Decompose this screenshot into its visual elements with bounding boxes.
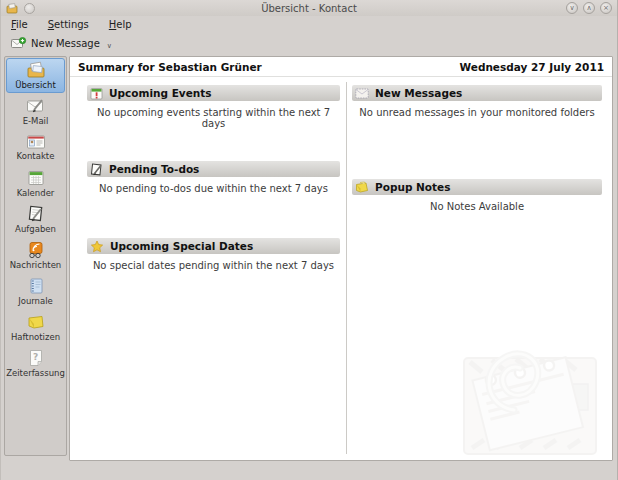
summary-header: Summary for Sebastian Grüner Wednesday 2… bbox=[70, 57, 612, 77]
toolbar: New Message ∨ bbox=[1, 32, 617, 55]
section-title: Pending To-dos bbox=[109, 163, 199, 175]
sidebar-item-label: Kontakte bbox=[17, 151, 55, 161]
sticky-note-icon bbox=[26, 314, 46, 331]
sidebar-item-label: Übersicht bbox=[15, 80, 56, 90]
chevron-down-icon: ∨ bbox=[107, 42, 112, 50]
menubar: File Settings Help bbox=[1, 16, 617, 32]
sidebar-item-uebersicht[interactable]: Übersicht bbox=[6, 58, 65, 93]
section-special-dates: Upcoming Special Dates No special dates … bbox=[87, 238, 340, 271]
section-body: No Notes Available bbox=[352, 201, 602, 212]
section-header[interactable]: Pending To-dos bbox=[87, 161, 340, 177]
menu-help[interactable]: Help bbox=[109, 19, 132, 30]
section-title: Upcoming Events bbox=[109, 87, 212, 99]
section-body: No unread messages in your monitored fol… bbox=[352, 107, 602, 118]
section-title: New Messages bbox=[375, 87, 462, 99]
sidebar: Übersicht E-Mail Kontakte bbox=[4, 56, 67, 456]
new-message-button[interactable]: New Message ∨ bbox=[6, 35, 117, 52]
sidebar-item-label: E-Mail bbox=[23, 116, 49, 126]
envelope-icon bbox=[355, 88, 369, 99]
section-title: Popup Notes bbox=[375, 181, 450, 193]
sidebar-item-label: Nachrichten bbox=[10, 260, 62, 270]
sidebar-item-label: Aufgaben bbox=[15, 224, 56, 234]
sidebar-item-nachrichten[interactable]: Nachrichten bbox=[6, 238, 65, 273]
sidebar-item-haftnotizen[interactable]: Haftnotizen bbox=[6, 310, 65, 345]
calendar-icon bbox=[27, 169, 45, 187]
sidebar-item-label: Haftnotizen bbox=[11, 332, 60, 342]
new-mail-icon bbox=[11, 37, 27, 50]
email-icon bbox=[26, 97, 46, 115]
summary-date: Wednesday 27 July 2011 bbox=[460, 61, 604, 73]
sidebar-item-label: Journale bbox=[18, 296, 53, 306]
menu-file[interactable]: File bbox=[11, 19, 28, 30]
sidebar-item-kontakte[interactable]: Kontakte bbox=[6, 130, 65, 165]
kontact-window: Übersicht - Kontact ∨ ∧ × File Settings … bbox=[0, 0, 618, 480]
window-title: Übersicht - Kontact bbox=[1, 3, 617, 14]
contacts-icon bbox=[26, 134, 46, 150]
column-divider bbox=[346, 82, 347, 454]
sidebar-item-email[interactable]: E-Mail bbox=[6, 94, 65, 129]
section-pending-todos: Pending To-dos No pending to-dos due wit… bbox=[87, 161, 340, 194]
maximize-button[interactable]: ∧ bbox=[583, 2, 595, 14]
section-header[interactable]: Popup Notes bbox=[352, 179, 602, 195]
sidebar-item-aufgaben[interactable]: Aufgaben bbox=[6, 202, 65, 237]
section-title: Upcoming Special Dates bbox=[110, 240, 253, 252]
sidebar-item-label: Zeiterfassung bbox=[6, 368, 65, 378]
kontact-watermark-icon bbox=[452, 310, 610, 460]
section-body: No upcoming events starting within the n… bbox=[87, 107, 340, 129]
svg-text:?: ? bbox=[32, 352, 37, 362]
sidebar-item-kalender[interactable]: Kalender bbox=[6, 166, 65, 201]
star-icon bbox=[90, 240, 104, 253]
todo-note-icon bbox=[90, 163, 103, 176]
close-button[interactable]: × bbox=[600, 2, 612, 14]
popup-note-icon bbox=[355, 181, 369, 193]
journal-icon bbox=[27, 277, 45, 295]
section-popup-notes: Popup Notes No Notes Available bbox=[352, 179, 602, 212]
section-body: No pending to-dos due within the next 7 … bbox=[87, 183, 340, 194]
overview-icon bbox=[26, 61, 46, 79]
new-message-label: New Message bbox=[31, 38, 100, 49]
sidebar-item-zeiterfassung[interactable]: ? Zeiterfassung bbox=[6, 346, 65, 381]
summary-view: Summary for Sebastian Grüner Wednesday 2… bbox=[69, 56, 613, 461]
section-upcoming-events: Upcoming Events No upcoming events start… bbox=[87, 85, 340, 129]
section-body: No special dates pending within the next… bbox=[87, 260, 340, 271]
news-feed-icon bbox=[26, 241, 46, 259]
window-controls: ∨ ∧ × bbox=[566, 2, 612, 14]
tasks-icon bbox=[27, 205, 45, 223]
section-header[interactable]: Upcoming Events bbox=[87, 85, 340, 101]
calendar-alert-icon bbox=[90, 87, 103, 100]
section-new-messages: New Messages No unread messages in your … bbox=[352, 85, 602, 118]
titlebar: Übersicht - Kontact ∨ ∧ × bbox=[1, 0, 617, 16]
section-header[interactable]: Upcoming Special Dates bbox=[87, 238, 340, 254]
sidebar-item-journale[interactable]: Journale bbox=[6, 274, 65, 309]
menu-settings[interactable]: Settings bbox=[48, 19, 89, 30]
section-header[interactable]: New Messages bbox=[352, 85, 602, 101]
sidebar-item-label: Kalender bbox=[17, 188, 55, 198]
time-tracker-icon: ? bbox=[27, 349, 45, 367]
minimize-button[interactable]: ∨ bbox=[566, 2, 578, 14]
summary-title: Summary for Sebastian Grüner bbox=[78, 61, 262, 73]
